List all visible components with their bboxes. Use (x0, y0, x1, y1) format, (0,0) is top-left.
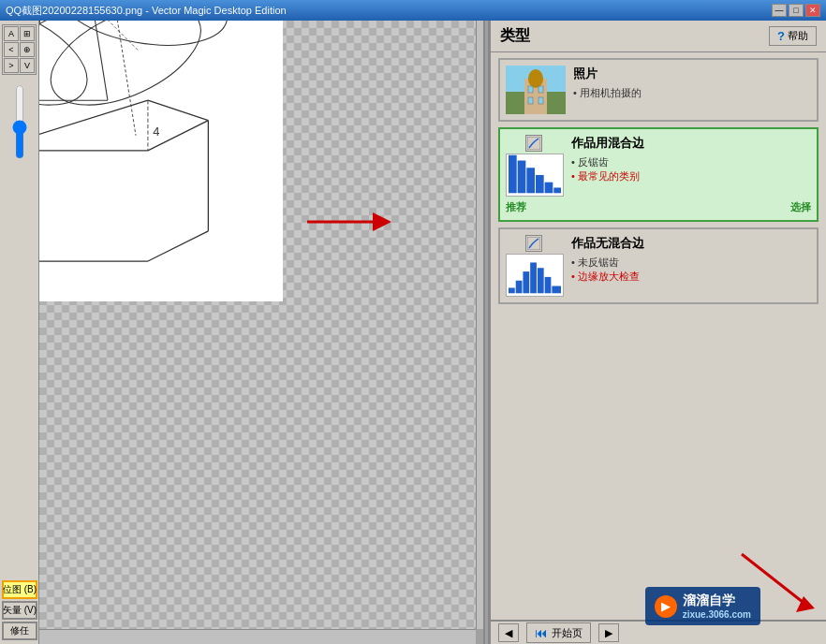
no-edge-bullet-2: 边缘放大检查 (571, 270, 811, 284)
photo-card-bullets: 用相机拍摄的 (573, 86, 811, 100)
title-bar: QQ截图20200228155630.png - Vector Magic De… (0, 0, 826, 21)
svg-point-49 (528, 69, 543, 88)
svg-marker-45 (373, 212, 391, 231)
mixed-thumb-area (506, 135, 564, 197)
vertical-scrollbar[interactable] (476, 21, 483, 629)
nav-right-btn[interactable]: > (4, 58, 19, 73)
svg-rect-65 (530, 262, 537, 293)
right-panel-header: 类型 ? 帮助 (491, 21, 826, 52)
no-edge-card-title: 作品无混合边 (571, 235, 811, 252)
svg-rect-56 (518, 161, 526, 194)
horizontal-scrollbar[interactable] (39, 629, 476, 644)
svg-rect-59 (545, 183, 553, 194)
watermark: ▶ 溜溜自学 zixue.3066.com (645, 587, 760, 625)
photo-card-title: 照片 (573, 66, 811, 82)
type-card-mixed-edge[interactable]: 作品用混合边 反锯齿 最常见的类别 推荐 选择 (498, 127, 819, 222)
right-panel: 类型 ? 帮助 (489, 21, 826, 644)
zoom-slider-container (10, 84, 29, 159)
canvas-area[interactable]: 1 2 3 4 (39, 21, 476, 629)
repair-mode-btn[interactable]: 修任 (2, 622, 37, 640)
panel-title: 类型 (500, 26, 530, 46)
no-edge-bullet-1: 未反锯齿 (571, 256, 811, 270)
no-edge-icon (525, 235, 542, 252)
nav-grid-btn[interactable]: ⊞ (20, 26, 35, 41)
type-card-mixed-inner: 作品用混合边 反锯齿 最常见的类别 (506, 135, 811, 197)
left-toolbar: A ⊞ < ⊕ > V (0, 21, 39, 644)
recommend-badge: 推荐 (506, 200, 526, 214)
mixed-histogram-thumb (506, 154, 564, 197)
main-container: A ⊞ < ⊕ > V 位图 (B) 矢量 (V) 修任 (0, 21, 826, 644)
photo-thumbnail (506, 66, 566, 114)
nav-btn-group: A ⊞ < ⊕ > V (2, 24, 37, 75)
mixed-card-title: 作品用混合边 (571, 135, 811, 152)
help-icon: ? (777, 29, 785, 43)
svg-rect-64 (523, 271, 529, 293)
svg-rect-57 (526, 168, 535, 193)
start-page-label: 开始页 (552, 626, 583, 640)
svg-rect-63 (516, 281, 523, 294)
close-button[interactable]: ✕ (805, 4, 820, 17)
mixed-card-footer: 推荐 选择 (506, 200, 811, 214)
canvas-drawing: 1 2 3 4 (39, 21, 283, 301)
photo-bullet-1: 用相机拍摄的 (573, 86, 811, 100)
svg-rect-67 (545, 277, 552, 293)
window-title: QQ截图20200228155630.png - Vector Magic De… (6, 4, 287, 18)
help-label: 帮助 (788, 29, 808, 43)
canvas-panel: A ⊞ < ⊕ > V 位图 (B) 矢量 (V) 修任 (0, 21, 484, 644)
select-badge[interactable]: 选择 (790, 200, 811, 214)
type-card-photo[interactable]: 照片 用相机拍摄的 (498, 58, 819, 122)
nav-a-btn[interactable]: A (4, 26, 19, 41)
watermark-text: 溜溜自学 zixue.3066.com (683, 593, 751, 620)
nav-v-btn[interactable]: V (20, 58, 35, 73)
mixed-card-info: 作品用混合边 反锯齿 最常见的类别 (571, 135, 811, 183)
svg-rect-66 (538, 268, 544, 293)
svg-rect-50 (528, 86, 533, 93)
type-card-no-inner: 作品无混合边 未反锯齿 边缘放大检查 (506, 235, 811, 297)
nav-left-btn[interactable]: < (4, 42, 19, 57)
svg-text:4: 4 (153, 124, 159, 139)
type-card-no-edge[interactable]: 作品无混合边 未反锯齿 边缘放大检查 (498, 227, 819, 304)
type-card-photo-inner: 照片 用相机拍摄的 (506, 66, 811, 114)
help-button[interactable]: ? 帮助 (769, 26, 817, 46)
nav-prev-btn[interactable]: ◀ (498, 623, 519, 642)
red-arrow-right (307, 203, 401, 241)
start-page-button[interactable]: ⏮ 开始页 (526, 622, 591, 643)
mixed-edge-icon (525, 135, 542, 152)
nav-next-btn[interactable]: ▶ (598, 623, 619, 642)
svg-rect-0 (39, 21, 279, 301)
bottom-toolbar: 位图 (B) 矢量 (V) 修任 (0, 577, 39, 644)
svg-rect-52 (528, 97, 533, 104)
svg-rect-51 (538, 86, 543, 93)
bitmap-mode-btn[interactable]: 位图 (B) (2, 580, 37, 599)
watermark-site: 溜溜自学 (683, 593, 751, 609)
watermark-icon: ▶ (655, 595, 677, 618)
nav-cross-btn[interactable]: ⊕ (20, 42, 35, 57)
no-edge-card-info: 作品无混合边 未反锯齿 边缘放大检查 (571, 235, 811, 284)
svg-rect-53 (538, 97, 543, 104)
no-edge-histogram-thumb (506, 254, 564, 297)
minimize-button[interactable]: — (772, 4, 787, 17)
svg-rect-58 (536, 175, 544, 193)
maximize-button[interactable]: □ (789, 4, 804, 17)
watermark-url: zixue.3066.com (683, 609, 751, 620)
title-bar-controls: — □ ✕ (772, 4, 820, 17)
photo-card-info: 照片 用相机拍摄的 (573, 66, 811, 100)
svg-rect-60 (553, 187, 561, 193)
types-container: 照片 用相机拍摄的 (491, 52, 826, 545)
vector-mode-btn[interactable]: 矢量 (V) (2, 601, 37, 620)
zoom-slider[interactable] (10, 84, 29, 159)
svg-rect-68 (552, 286, 561, 294)
svg-rect-62 (509, 287, 515, 293)
mixed-bullet-1: 反锯齿 (571, 155, 811, 169)
start-page-icon: ⏮ (535, 625, 548, 640)
no-edge-card-bullets: 未反锯齿 边缘放大检查 (571, 256, 811, 284)
no-edge-thumb-area (506, 235, 564, 297)
mixed-bullet-2: 最常见的类别 (571, 169, 811, 183)
svg-rect-55 (509, 155, 517, 194)
mixed-card-bullets: 反锯齿 最常见的类别 (571, 155, 811, 183)
